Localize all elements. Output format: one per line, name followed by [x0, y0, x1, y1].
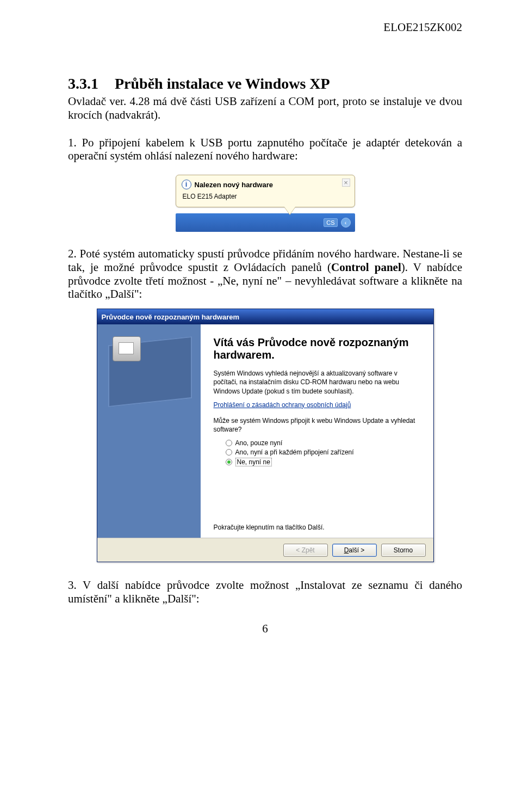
radio-label: Ne, nyní ne	[235, 458, 272, 466]
back-button: < Zpět	[283, 544, 328, 557]
para3-text-bold: Control panel	[331, 261, 401, 274]
wizard-sidebar-graphic	[97, 324, 201, 538]
section-title: Průběh instalace ve Windows XP	[115, 75, 330, 92]
wizard-question: Může se systém Windows připojit k webu W…	[214, 416, 420, 434]
info-icon: i	[182, 180, 191, 189]
taskbar: CS ‹	[176, 213, 355, 232]
radio-icon	[226, 459, 232, 465]
wizard-options: Ano, pouze nyní Ano, nyní a při každém p…	[226, 439, 420, 466]
wizard-button-row: < Zpět Další > Storno	[97, 538, 433, 562]
hardware-icon	[113, 336, 141, 361]
wizard-continue-hint: Pokračujte klepnutím na tlačítko Další.	[214, 524, 325, 531]
close-icon[interactable]: ×	[342, 179, 350, 187]
radio-option-no[interactable]: Ne, nyní ne	[226, 458, 420, 466]
wizard-description: Systém Windows vyhledá nejnovější a aktu…	[214, 369, 420, 396]
language-indicator[interactable]: CS	[324, 218, 337, 227]
paragraph-step-1: 1. Po připojení kabelem k USB portu zapn…	[68, 136, 462, 163]
cancel-button[interactable]: Storno	[381, 544, 426, 557]
wizard-dialog: Průvodce nově rozpoznaným hardwarem Vítá…	[97, 309, 434, 562]
paragraph-step-2: 2. Poté systém automaticky spustí průvod…	[68, 247, 462, 301]
wizard-heading: Vítá vás Průvodce nově rozpoznaným hardw…	[214, 336, 420, 361]
tray-expand-icon[interactable]: ‹	[341, 218, 351, 227]
wizard-content: Vítá vás Průvodce nově rozpoznaným hardw…	[201, 324, 433, 538]
radio-label: Ano, pouze nyní	[235, 439, 283, 447]
page-number: 6	[68, 622, 462, 636]
balloon-screenshot: × i Nalezen nový hardware ELO E215 Adapt…	[176, 175, 355, 232]
radio-option-yes-always[interactable]: Ano, nyní a při každém připojení zařízen…	[226, 448, 420, 456]
radio-label: Ano, nyní a při každém připojení zařízen…	[235, 448, 354, 456]
next-button[interactable]: Další >	[332, 544, 377, 557]
radio-option-yes-once[interactable]: Ano, pouze nyní	[226, 439, 420, 447]
balloon-tail	[284, 207, 295, 214]
privacy-link[interactable]: Prohlášení o zásadách ochrany osobních ú…	[214, 401, 351, 409]
section-heading: 3.3.1Průběh instalace ve Windows XP	[68, 75, 462, 93]
wizard-titlebar: Průvodce nově rozpoznaným hardwarem	[97, 309, 433, 324]
balloon-title: Nalezen nový hardware	[195, 181, 274, 189]
balloon-subtitle: ELO E215 Adapter	[183, 193, 349, 200]
next-button-rest: alší >	[349, 546, 364, 554]
section-number: 3.3.1	[68, 75, 98, 93]
radio-icon	[226, 449, 232, 456]
paragraph-step-3: 3. V další nabídce průvodce zvolte možno…	[68, 579, 462, 606]
balloon-tooltip: × i Nalezen nový hardware ELO E215 Adapt…	[176, 175, 355, 207]
document-header-code: ELOE215ZK002	[383, 21, 462, 34]
radio-icon	[226, 440, 232, 446]
paragraph-intro: Ovladač ver. 4.28 má dvě části USB zaříz…	[68, 95, 462, 122]
